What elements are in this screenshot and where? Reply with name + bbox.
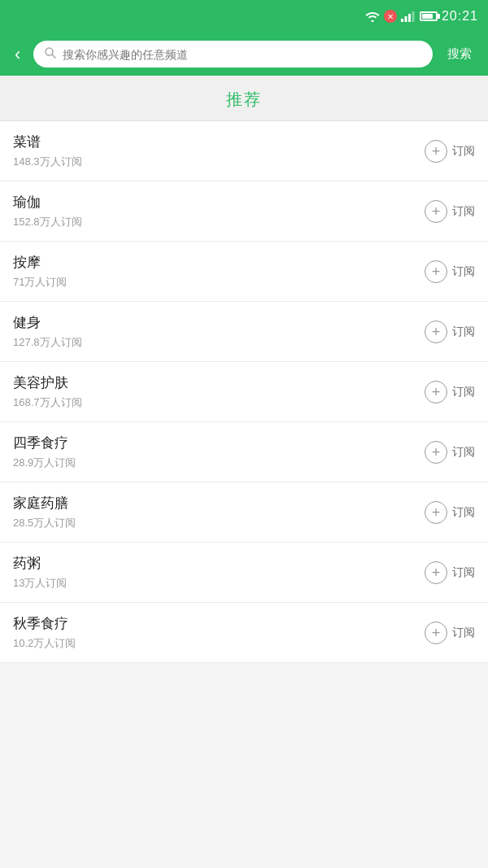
channel-item: 健身 127.8万人订阅 + 订阅 (0, 302, 488, 362)
channel-name: 瑜伽 (13, 193, 425, 212)
section-title: 推荐 (0, 89, 488, 111)
subscribe-label: 订阅 (452, 325, 475, 339)
subscribe-label: 订阅 (452, 385, 475, 399)
svg-rect-1 (404, 16, 407, 22)
channel-info: 四季食疗 28.9万人订阅 (13, 434, 425, 470)
channel-info: 药粥 13万人订阅 (13, 554, 425, 591)
channel-subscribers: 13万人订阅 (13, 576, 425, 591)
channel-name: 健身 (13, 313, 425, 332)
subscribe-label: 订阅 (452, 445, 475, 460)
plus-icon: + (425, 140, 447, 163)
search-input[interactable] (63, 48, 421, 61)
subscribe-label: 订阅 (452, 626, 475, 640)
channel-name: 菜谱 (13, 133, 425, 151)
status-bar: ✕ 20:21 (0, 0, 488, 33)
subscribe-action[interactable]: + 订阅 (425, 561, 475, 584)
svg-rect-2 (408, 14, 411, 22)
channel-info: 健身 127.8万人订阅 (13, 313, 425, 350)
channel-subscribers: 10.2万人订阅 (13, 636, 425, 651)
x-icon: ✕ (384, 10, 397, 23)
channel-subscribers: 168.7万人订阅 (13, 395, 425, 410)
svg-rect-0 (401, 19, 403, 22)
subscribe-action[interactable]: + 订阅 (425, 381, 475, 403)
channel-info: 菜谱 148.3万人订阅 (13, 133, 425, 169)
channel-name: 四季食疗 (13, 434, 425, 452)
search-button[interactable]: 搜索 (441, 43, 478, 65)
subscribe-action[interactable]: + 订阅 (425, 140, 475, 163)
subscribe-label: 订阅 (452, 204, 475, 219)
channel-item: 美容护肤 168.7万人订阅 + 订阅 (0, 362, 488, 422)
channel-item: 秋季食疗 10.2万人订阅 + 订阅 (0, 603, 488, 663)
svg-rect-3 (412, 11, 414, 22)
channel-subscribers: 28.5万人订阅 (13, 516, 425, 530)
plus-icon: + (425, 381, 447, 403)
channel-item: 家庭药膳 28.5万人订阅 + 订阅 (0, 482, 488, 543)
subscribe-action[interactable]: + 订阅 (425, 200, 475, 223)
plus-icon: + (425, 200, 447, 223)
subscribe-action[interactable]: + 订阅 (425, 622, 475, 644)
channel-info: 按摩 71万人订阅 (13, 253, 425, 290)
channel-info: 美容护肤 168.7万人订阅 (13, 373, 425, 410)
plus-icon: + (425, 260, 447, 283)
channel-name: 药粥 (13, 554, 425, 573)
channel-name: 家庭药膳 (13, 494, 425, 513)
plus-icon: + (425, 622, 447, 644)
subscribe-action[interactable]: + 订阅 (425, 321, 475, 343)
channel-info: 秋季食疗 10.2万人订阅 (13, 614, 425, 651)
channel-subscribers: 152.8万人订阅 (13, 215, 425, 229)
status-time: 20:21 (442, 9, 478, 24)
channel-item: 药粥 13万人订阅 + 订阅 (0, 543, 488, 603)
subscribe-label: 订阅 (452, 264, 475, 279)
plus-icon: + (425, 441, 447, 464)
channel-item: 按摩 71万人订阅 + 订阅 (0, 242, 488, 302)
subscribe-label: 订阅 (452, 144, 475, 159)
subscribe-label: 订阅 (452, 565, 475, 580)
back-button[interactable]: ‹ (10, 44, 25, 65)
channel-name: 按摩 (13, 253, 425, 272)
channel-subscribers: 148.3万人订阅 (13, 155, 425, 169)
svg-line-5 (52, 55, 55, 58)
channel-item: 四季食疗 28.9万人订阅 + 订阅 (0, 422, 488, 482)
plus-icon: + (425, 561, 447, 584)
section-title-container: 推荐 (0, 76, 488, 121)
channel-name: 秋季食疗 (13, 614, 425, 633)
channel-list: 菜谱 148.3万人订阅 + 订阅 瑜伽 152.8万人订阅 + 订阅 按摩 7… (0, 121, 488, 663)
wifi-icon (365, 11, 380, 22)
channel-subscribers: 127.8万人订阅 (13, 335, 425, 350)
search-input-wrapper (33, 41, 433, 68)
channel-name: 美容护肤 (13, 373, 425, 392)
channel-item: 菜谱 148.3万人订阅 + 订阅 (0, 121, 488, 181)
battery-icon (420, 11, 438, 21)
channel-info: 瑜伽 152.8万人订阅 (13, 193, 425, 229)
channel-info: 家庭药膳 28.5万人订阅 (13, 494, 425, 530)
signal-icon (401, 11, 416, 22)
plus-icon: + (425, 321, 447, 343)
search-bar: ‹ 搜索 (0, 33, 488, 76)
subscribe-label: 订阅 (452, 505, 475, 520)
channel-subscribers: 71万人订阅 (13, 275, 425, 290)
subscribe-action[interactable]: + 订阅 (425, 441, 475, 464)
status-icons: ✕ 20:21 (365, 9, 478, 24)
subscribe-action[interactable]: + 订阅 (425, 260, 475, 283)
search-icon (45, 47, 56, 61)
channel-item: 瑜伽 152.8万人订阅 + 订阅 (0, 181, 488, 242)
subscribe-action[interactable]: + 订阅 (425, 501, 475, 524)
plus-icon: + (425, 501, 447, 524)
channel-subscribers: 28.9万人订阅 (13, 456, 425, 470)
